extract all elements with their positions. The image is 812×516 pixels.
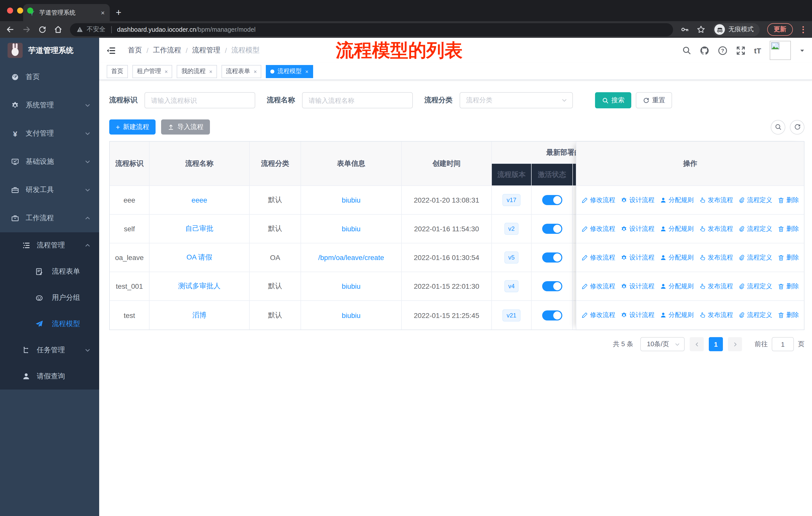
github-icon[interactable] [700, 46, 709, 55]
assign-rule-link[interactable]: 分配规则 [660, 253, 694, 262]
new-tab-button[interactable]: + [116, 7, 121, 18]
page-number-1[interactable]: 1 [709, 337, 723, 351]
tag-process-model[interactable]: 流程模型× [266, 65, 313, 78]
address-bar[interactable]: 不安全 dashboard.yudao.iocoder.cn/bpm/manag… [70, 23, 673, 36]
form-info-link[interactable]: biubiu [342, 196, 361, 204]
delete-link[interactable]: 删除 [778, 196, 799, 204]
process-name-link[interactable]: OA 请假 [186, 253, 212, 262]
bookmark-star-icon[interactable] [697, 25, 705, 34]
tab-close-icon[interactable]: × [101, 9, 105, 17]
modify-process-link[interactable]: 修改流程 [581, 224, 615, 233]
tag-close-icon[interactable]: × [254, 68, 257, 74]
delete-link[interactable]: 删除 [778, 282, 799, 291]
sidebar-item-user-group[interactable]: 用户分组 [0, 285, 99, 311]
design-process-link[interactable]: 设计流程 [621, 282, 655, 291]
prev-page-button[interactable] [690, 337, 704, 351]
process-name-link[interactable]: 自己审批 [185, 224, 213, 233]
active-toggle[interactable] [542, 195, 562, 205]
import-process-button[interactable]: 导入流程 [161, 119, 210, 135]
minimize-window-button[interactable] [17, 7, 23, 13]
form-info-link[interactable]: biubiu [342, 311, 361, 319]
avatar-dropdown-icon[interactable] [800, 48, 805, 53]
browser-menu-icon[interactable] [803, 26, 804, 33]
security-label[interactable]: 不安全 [87, 25, 106, 34]
process-name-link[interactable]: eeee [192, 196, 207, 204]
home-icon[interactable] [54, 25, 62, 34]
form-info-link[interactable]: /bpm/oa/leave/create [318, 253, 384, 262]
fullscreen-icon[interactable] [736, 46, 746, 55]
create-process-button[interactable]: + 新建流程 [109, 119, 155, 135]
sidebar-item-payment[interactable]: ¥ 支付管理 [0, 119, 99, 147]
help-icon[interactable]: ? [718, 46, 727, 55]
sidebar-item-workflow[interactable]: 工作流程 [0, 204, 99, 232]
forward-icon[interactable] [22, 25, 31, 34]
process-definition-link[interactable]: 流程定义 [738, 282, 772, 291]
avatar[interactable] [770, 41, 791, 60]
process-category-select[interactable]: 流程分类 [460, 92, 573, 108]
process-name-link[interactable]: 滔博 [192, 311, 206, 320]
assign-rule-link[interactable]: 分配规则 [660, 282, 694, 291]
delete-link[interactable]: 删除 [778, 224, 799, 233]
breadcrumb-item[interactable]: 首页 [128, 46, 142, 55]
modify-process-link[interactable]: 修改流程 [581, 196, 615, 204]
delete-link[interactable]: 删除 [778, 311, 799, 320]
modify-process-link[interactable]: 修改流程 [581, 282, 615, 291]
back-icon[interactable] [6, 25, 14, 34]
publish-process-link[interactable]: 发布流程 [699, 253, 733, 262]
reset-button[interactable]: 重置 [636, 92, 672, 108]
design-process-link[interactable]: 设计流程 [621, 311, 655, 320]
page-size-select[interactable]: 10条/页 [640, 337, 685, 351]
tag-tenant[interactable]: 租户管理× [133, 65, 172, 78]
sidebar-item-process-management[interactable]: 流程管理 [0, 232, 99, 259]
tag-close-icon[interactable]: × [165, 68, 168, 74]
sidebar-item-home[interactable]: 首页 [0, 63, 99, 91]
refresh-table-button[interactable] [790, 120, 805, 134]
assign-rule-link[interactable]: 分配规则 [660, 224, 694, 233]
design-process-link[interactable]: 设计流程 [621, 196, 655, 204]
sidebar-collapse-icon[interactable] [106, 46, 116, 55]
show-search-button[interactable] [771, 120, 785, 134]
active-toggle[interactable] [542, 310, 562, 320]
process-definition-link[interactable]: 流程定义 [738, 253, 772, 262]
warning-icon[interactable] [77, 26, 83, 33]
app-logo[interactable]: 芋道管理系统 [0, 38, 99, 63]
sidebar-item-task-management[interactable]: 任务管理 [0, 337, 99, 363]
active-toggle[interactable] [542, 252, 562, 263]
process-definition-link[interactable]: 流程定义 [738, 311, 772, 320]
process-name-input[interactable] [302, 92, 413, 108]
reload-icon[interactable] [38, 25, 46, 33]
modify-process-link[interactable]: 修改流程 [581, 311, 615, 320]
process-definition-link[interactable]: 流程定义 [738, 196, 772, 204]
close-window-button[interactable] [7, 7, 13, 13]
goto-page-input[interactable] [772, 337, 794, 351]
font-size-icon[interactable]: tT [754, 46, 761, 55]
browser-update-button[interactable]: 更新 [767, 23, 793, 36]
delete-link[interactable]: 删除 [778, 253, 799, 262]
design-process-link[interactable]: 设计流程 [621, 253, 655, 262]
zoom-window-button[interactable] [27, 7, 33, 13]
tag-close-icon[interactable]: × [209, 68, 212, 74]
sidebar-item-process-model[interactable]: 流程模型 [0, 311, 99, 337]
publish-process-link[interactable]: 发布流程 [699, 196, 733, 204]
search-button[interactable]: 搜索 [595, 92, 631, 108]
process-name-link[interactable]: 测试多审批人 [178, 282, 221, 291]
tag-home[interactable]: 首页 [107, 65, 128, 78]
key-icon[interactable] [680, 25, 689, 34]
sidebar-item-leave-query[interactable]: 请假查询 [0, 363, 99, 389]
search-icon[interactable] [682, 46, 691, 55]
browser-tab[interactable]: 芋道管理系统 × [23, 4, 110, 21]
sidebar-item-dev-tools[interactable]: 研发工具 [0, 176, 99, 204]
tag-process-form[interactable]: 流程表单× [222, 65, 262, 78]
sidebar-item-system[interactable]: 系统管理 [0, 91, 99, 119]
publish-process-link[interactable]: 发布流程 [699, 282, 733, 291]
tag-close-icon[interactable]: × [305, 68, 309, 74]
assign-rule-link[interactable]: 分配规则 [660, 311, 694, 320]
tag-my-process[interactable]: 我的流程× [177, 65, 217, 78]
form-info-link[interactable]: biubiu [342, 225, 361, 233]
sidebar-item-process-form[interactable]: 流程表单 [0, 259, 99, 285]
modify-process-link[interactable]: 修改流程 [581, 253, 615, 262]
active-toggle[interactable] [542, 281, 562, 291]
process-id-input[interactable] [144, 92, 255, 108]
design-process-link[interactable]: 设计流程 [621, 224, 655, 233]
page-url[interactable]: dashboard.yudao.iocoder.cn/bpm/manager/m… [117, 26, 256, 33]
